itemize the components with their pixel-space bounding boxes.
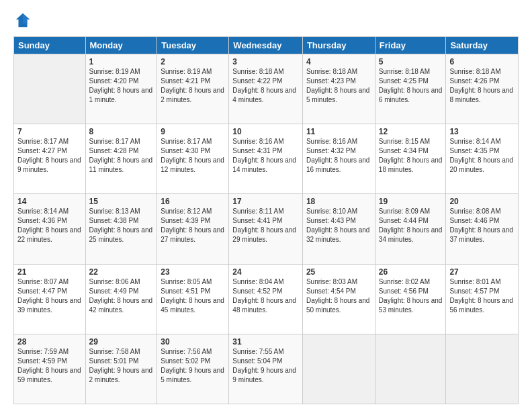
cell-info: Sunrise: 8:18 AMSunset: 4:25 PMDaylight:… [379,67,443,105]
calendar-cell: 31Sunrise: 7:55 AMSunset: 5:04 PMDayligh… [229,334,303,404]
calendar-cell [375,334,446,404]
day-number: 6 [449,57,515,66]
cell-info: Sunrise: 8:14 AMSunset: 4:36 PMDaylight:… [17,207,82,244]
day-number: 4 [306,57,371,66]
calendar-cell: 10Sunrise: 8:16 AMSunset: 4:31 PMDayligh… [229,124,303,194]
cell-info: Sunrise: 8:19 AMSunset: 4:20 PMDaylight:… [89,67,154,105]
calendar-day-header: Wednesday [229,37,303,54]
svg-marker-1 [23,13,30,24]
calendar-cell: 28Sunrise: 7:59 AMSunset: 4:59 PMDayligh… [14,334,86,404]
day-number: 16 [161,197,225,206]
calendar-day-header: Monday [85,37,157,54]
calendar-cell: 18Sunrise: 8:10 AMSunset: 4:43 PMDayligh… [302,194,375,264]
calendar-header-row: SundayMondayTuesdayWednesdayThursdayFrid… [14,37,519,54]
day-number: 20 [449,197,515,206]
cell-info: Sunrise: 8:14 AMSunset: 4:35 PMDaylight:… [449,137,515,175]
cell-info: Sunrise: 8:06 AMSunset: 4:49 PMDaylight:… [89,277,154,315]
calendar-cell: 9Sunrise: 8:17 AMSunset: 4:30 PMDaylight… [157,124,229,194]
day-number: 30 [161,337,225,347]
cell-info: Sunrise: 8:04 AMSunset: 4:52 PMDaylight:… [232,277,299,315]
calendar-cell: 26Sunrise: 8:02 AMSunset: 4:56 PMDayligh… [375,264,446,334]
day-number: 26 [379,267,443,277]
calendar-cell: 19Sunrise: 8:09 AMSunset: 4:44 PMDayligh… [375,194,446,264]
cell-info: Sunrise: 8:02 AMSunset: 4:56 PMDaylight:… [379,277,443,315]
calendar-week-row: 14Sunrise: 8:14 AMSunset: 4:36 PMDayligh… [14,194,519,264]
cell-info: Sunrise: 7:56 AMSunset: 5:02 PMDaylight:… [161,347,225,385]
calendar-cell: 2Sunrise: 8:19 AMSunset: 4:21 PMDaylight… [157,54,229,124]
calendar-day-header: Saturday [446,37,519,54]
calendar-cell: 20Sunrise: 8:08 AMSunset: 4:46 PMDayligh… [446,194,519,264]
day-number: 21 [17,267,82,277]
cell-info: Sunrise: 8:01 AMSunset: 4:57 PMDaylight:… [449,277,515,315]
calendar-week-row: 1Sunrise: 8:19 AMSunset: 4:20 PMDaylight… [14,54,519,124]
calendar-day-header: Friday [375,37,446,54]
cell-info: Sunrise: 8:16 AMSunset: 4:32 PMDaylight:… [306,137,371,175]
cell-info: Sunrise: 8:10 AMSunset: 4:43 PMDaylight:… [306,207,371,244]
day-number: 29 [89,337,154,347]
day-number: 18 [306,197,371,206]
day-number: 23 [161,267,225,277]
calendar-cell: 30Sunrise: 7:56 AMSunset: 5:02 PMDayligh… [157,334,229,404]
calendar-table: SundayMondayTuesdayWednesdayThursdayFrid… [13,36,519,404]
page: SundayMondayTuesdayWednesdayThursdayFrid… [0,0,532,411]
calendar-cell: 1Sunrise: 8:19 AMSunset: 4:20 PMDaylight… [85,54,157,124]
calendar-cell: 21Sunrise: 8:07 AMSunset: 4:47 PMDayligh… [14,264,86,334]
calendar-cell: 8Sunrise: 8:17 AMSunset: 4:28 PMDaylight… [85,124,157,194]
day-number: 27 [449,267,515,277]
day-number: 2 [161,57,225,66]
calendar-cell: 29Sunrise: 7:58 AMSunset: 5:01 PMDayligh… [85,334,157,404]
calendar-cell: 4Sunrise: 8:18 AMSunset: 4:23 PMDaylight… [302,54,375,124]
calendar-cell: 7Sunrise: 8:17 AMSunset: 4:27 PMDaylight… [14,124,86,194]
day-number: 15 [89,197,154,206]
header [13,11,519,30]
calendar-cell: 6Sunrise: 8:18 AMSunset: 4:26 PMDaylight… [446,54,519,124]
calendar-cell: 11Sunrise: 8:16 AMSunset: 4:32 PMDayligh… [302,124,375,194]
day-number: 10 [232,127,299,136]
day-number: 22 [89,267,154,277]
calendar-cell [302,334,375,404]
cell-info: Sunrise: 7:55 AMSunset: 5:04 PMDaylight:… [232,347,299,385]
calendar-cell: 23Sunrise: 8:05 AMSunset: 4:51 PMDayligh… [157,264,229,334]
calendar-cell: 12Sunrise: 8:15 AMSunset: 4:34 PMDayligh… [375,124,446,194]
day-number: 31 [232,337,299,347]
calendar-cell: 3Sunrise: 8:18 AMSunset: 4:22 PMDaylight… [229,54,303,124]
cell-info: Sunrise: 8:07 AMSunset: 4:47 PMDaylight:… [17,277,82,315]
calendar-cell [446,334,519,404]
day-number: 28 [17,337,82,347]
day-number: 14 [17,197,82,206]
logo [13,11,35,30]
cell-info: Sunrise: 8:09 AMSunset: 4:44 PMDaylight:… [379,207,443,244]
calendar-week-row: 21Sunrise: 8:07 AMSunset: 4:47 PMDayligh… [14,264,519,334]
cell-info: Sunrise: 7:59 AMSunset: 4:59 PMDaylight:… [17,347,82,385]
cell-info: Sunrise: 8:08 AMSunset: 4:46 PMDaylight:… [449,207,515,244]
day-number: 1 [89,57,154,66]
calendar-cell: 24Sunrise: 8:04 AMSunset: 4:52 PMDayligh… [229,264,303,334]
calendar-cell: 17Sunrise: 8:11 AMSunset: 4:41 PMDayligh… [229,194,303,264]
calendar-day-header: Thursday [302,37,375,54]
calendar-day-header: Sunday [14,37,86,54]
day-number: 9 [161,127,225,136]
calendar-cell: 13Sunrise: 8:14 AMSunset: 4:35 PMDayligh… [446,124,519,194]
cell-info: Sunrise: 8:17 AMSunset: 4:30 PMDaylight:… [161,137,225,175]
cell-info: Sunrise: 8:18 AMSunset: 4:22 PMDaylight:… [232,67,299,105]
calendar-cell: 16Sunrise: 8:12 AMSunset: 4:39 PMDayligh… [157,194,229,264]
calendar-cell: 25Sunrise: 8:03 AMSunset: 4:54 PMDayligh… [302,264,375,334]
cell-info: Sunrise: 8:18 AMSunset: 4:23 PMDaylight:… [306,67,371,105]
calendar-day-header: Tuesday [157,37,229,54]
day-number: 5 [379,57,443,66]
cell-info: Sunrise: 8:12 AMSunset: 4:39 PMDaylight:… [161,207,225,244]
day-number: 7 [17,127,82,136]
calendar-week-row: 7Sunrise: 8:17 AMSunset: 4:27 PMDaylight… [14,124,519,194]
cell-info: Sunrise: 8:11 AMSunset: 4:41 PMDaylight:… [232,207,299,244]
calendar-cell [14,54,86,124]
day-number: 13 [449,127,515,136]
day-number: 3 [232,57,299,66]
cell-info: Sunrise: 8:16 AMSunset: 4:31 PMDaylight:… [232,137,299,175]
day-number: 24 [232,267,299,277]
day-number: 19 [379,197,443,206]
cell-info: Sunrise: 8:15 AMSunset: 4:34 PMDaylight:… [379,137,443,175]
cell-info: Sunrise: 8:17 AMSunset: 4:28 PMDaylight:… [89,137,154,175]
calendar-cell: 22Sunrise: 8:06 AMSunset: 4:49 PMDayligh… [85,264,157,334]
calendar-cell: 5Sunrise: 8:18 AMSunset: 4:25 PMDaylight… [375,54,446,124]
day-number: 11 [306,127,371,136]
